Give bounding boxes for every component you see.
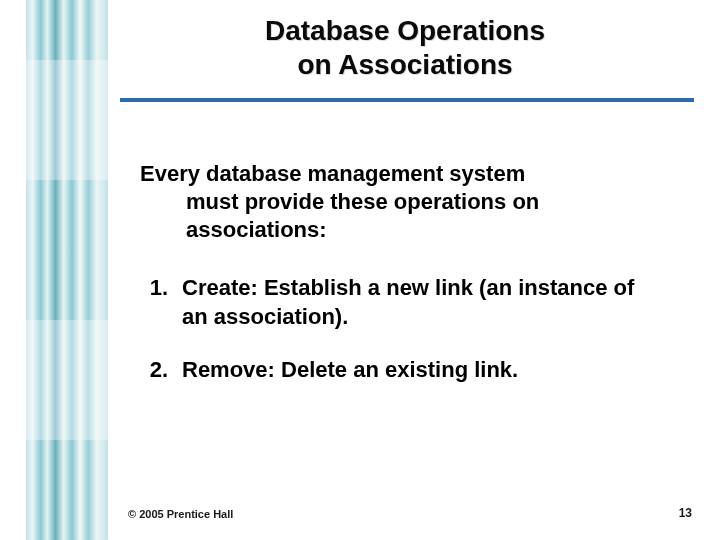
operations-list: 1. Create: Establish a new link (an inst… xyxy=(140,274,664,384)
intro-line1: Every database management system xyxy=(140,161,525,186)
intro-text: Every database management system must pr… xyxy=(140,160,664,244)
decorative-sidebar xyxy=(26,0,108,540)
item-label: Remove: xyxy=(182,357,275,382)
list-item: 1. Create: Establish a new link (an inst… xyxy=(140,274,664,331)
title-line2: on Associations xyxy=(297,49,512,80)
item-body: Remove: Delete an existing link. xyxy=(182,356,664,385)
slide-title: Database Operations on Associations xyxy=(130,14,680,81)
item-text: Delete an existing link. xyxy=(275,357,518,382)
list-item: 2. Remove: Delete an existing link. xyxy=(140,356,664,385)
title-underline xyxy=(120,98,694,102)
page-number: 13 xyxy=(679,506,692,520)
item-label: Create: xyxy=(182,275,258,300)
item-number: 2. xyxy=(140,356,168,385)
copyright: © 2005 Prentice Hall xyxy=(128,508,233,520)
title-line1: Database Operations xyxy=(265,15,545,46)
intro-line2: must provide these operations on associa… xyxy=(140,188,664,244)
item-number: 1. xyxy=(140,274,168,331)
slide-body: Every database management system must pr… xyxy=(140,160,664,408)
item-body: Create: Establish a new link (an instanc… xyxy=(182,274,664,331)
